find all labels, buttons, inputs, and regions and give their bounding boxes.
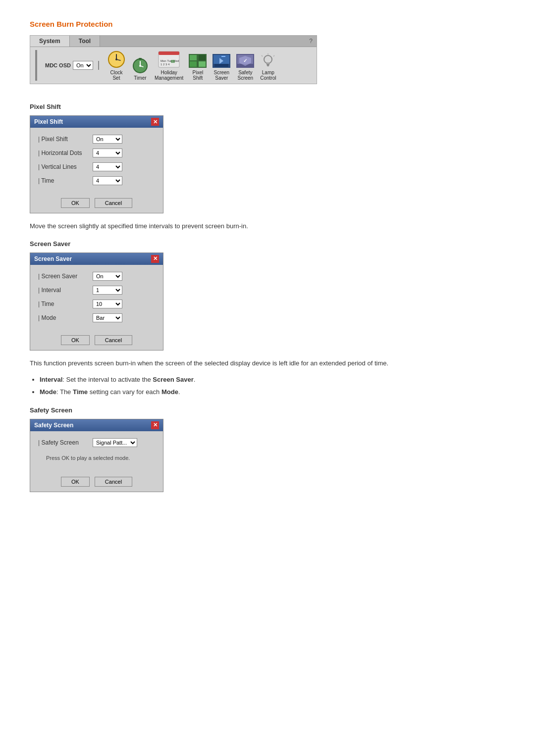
screen-saver-close-button[interactable]: ✕: [151, 255, 159, 263]
svg-rect-5: [139, 58, 142, 60]
screen-saver-bullets: Interval: Set the interval to activate t…: [40, 375, 505, 398]
screen-saver-dialog-title: Screen Saver: [34, 255, 72, 262]
screen-saver-select-3[interactable]: BarEraserPixel: [93, 313, 122, 322]
toolbar-icon-holiday[interactable]: Mon Tue Wed 1 2 3 4 HolidayManagement: [155, 50, 183, 81]
safety-screen-close-button[interactable]: ✕: [151, 421, 159, 429]
svg-point-26: [264, 55, 272, 63]
screen-saver-bullet-1: Mode: The Time setting can vary for each…: [40, 387, 505, 398]
safety-screen-section-title: Safety Screen: [30, 406, 505, 414]
toolbar-icon-screen-saver[interactable]: ScreenSaver: [212, 53, 231, 81]
svg-text:Mon Tue Wed: Mon Tue Wed: [160, 59, 179, 62]
svg-rect-16: [199, 55, 206, 60]
bullet-0-bold: Screen Saver: [153, 376, 193, 383]
pixel-shift-row-1: Horizontal Dots 4123: [38, 149, 155, 157]
pixel-shift-ok-button[interactable]: OK: [61, 198, 90, 208]
pixel-shift-close-button[interactable]: ✕: [151, 118, 159, 126]
safety-screen-select-0[interactable]: Signal Patt... Scroll Pixel Bar: [93, 438, 137, 447]
svg-rect-15: [190, 55, 197, 60]
screen-saver-dialog-body: Screen Saver OnOff Interval 123 Time 105…: [30, 265, 163, 332]
mdc-osd-label: MDC OSD: [45, 62, 71, 68]
help-icon[interactable]: ?: [305, 36, 317, 47]
pixel-shift-dialog: Pixel Shift ✕ Pixel Shift OnOff Horizont…: [30, 115, 163, 213]
screen-saver-bullet-0: Interval: Set the interval to activate t…: [40, 375, 505, 385]
bullet-0-colon: : Set the interval to activate the: [62, 376, 153, 383]
screen-saver-dialog-titlebar: Screen Saver ✕: [30, 253, 163, 265]
pixel-shift-icon: [188, 53, 207, 69]
pixel-shift-select-2[interactable]: 4123: [93, 162, 122, 171]
screen-saver-row-3: Mode BarEraserPixel: [38, 313, 155, 322]
screen-saver-select-2[interactable]: 1051520: [93, 300, 122, 308]
svg-line-31: [273, 55, 274, 56]
toolbar-icon-timer[interactable]: Timer: [131, 55, 150, 81]
screen-saver-row-0: Screen Saver OnOff: [38, 272, 155, 281]
pixel-shift-select-0[interactable]: OnOff: [93, 135, 122, 144]
screen-saver-description: This function prevents screen burn-in wh…: [30, 358, 505, 368]
screen-saver-select-1[interactable]: 123: [93, 286, 122, 295]
toolbar-icon-pixel-shift[interactable]: PixelShift: [188, 53, 207, 81]
bullet-1-rest2: .: [178, 388, 180, 396]
pixel-shift-row-3: Time 4123: [38, 176, 155, 185]
pixel-shift-select-1[interactable]: 4123: [93, 149, 122, 157]
screen-saver-label-3: Mode: [38, 314, 93, 321]
svg-line-30: [262, 55, 263, 56]
svg-rect-10: [159, 51, 179, 55]
safety-screen-row-0: Safety Screen Signal Patt... Scroll Pixe…: [38, 438, 155, 447]
pixel-shift-row-0: Pixel Shift OnOff: [38, 135, 155, 144]
pixel-shift-cancel-button[interactable]: Cancel: [95, 198, 132, 208]
safety-screen-note-row: Press OK to play a selected mode.: [38, 452, 155, 469]
safety-screen-dialog: Safety Screen ✕ Safety Screen Signal Pat…: [30, 419, 163, 492]
screen-saver-label-1: Interval: [38, 287, 93, 294]
screen-saver-label: ScreenSaver: [214, 70, 229, 81]
screen-saver-dialog-footer: OK Cancel: [30, 332, 163, 350]
safety-screen-note: Press OK to play a selected mode.: [38, 455, 155, 466]
svg-text:✓: ✓: [243, 58, 247, 63]
holiday-label: HolidayManagement: [155, 70, 183, 81]
svg-rect-28: [267, 65, 269, 66]
safety-screen-dialog-title: Safety Screen: [34, 422, 73, 429]
svg-rect-13: [171, 60, 175, 63]
pixel-shift-dialog-body: Pixel Shift OnOff Horizontal Dots 4123 V…: [30, 128, 163, 195]
pixel-shift-label-1: Horizontal Dots: [38, 150, 93, 156]
bullet-1-colon: : The: [56, 388, 73, 396]
bullet-1-label: Mode: [40, 388, 56, 396]
safety-screen-dialog-body: Safety Screen Signal Patt... Scroll Pixe…: [30, 431, 163, 474]
toolbar-icon-safety-screen[interactable]: ✓ SafetyScreen: [236, 53, 255, 81]
svg-rect-21: [214, 64, 228, 67]
bullet-0-label: Interval: [40, 376, 62, 383]
svg-rect-27: [267, 64, 269, 65]
screen-saver-dialog: Screen Saver ✕ Screen Saver OnOff Interv…: [30, 252, 163, 351]
clock-set-label: ClockSet: [110, 70, 122, 81]
mdc-osd-group: MDC OSD On Off: [45, 61, 99, 70]
safety-screen-dialog-footer: OK Cancel: [30, 474, 163, 492]
screen-saver-label-2: Time: [38, 301, 93, 307]
safety-screen-ok-button[interactable]: OK: [61, 477, 90, 487]
toolbar-icon-lamp-control[interactable]: LampControl: [260, 53, 276, 81]
toolbar-icons: ClockSet Timer: [107, 50, 276, 81]
screen-saver-select-0[interactable]: OnOff: [93, 272, 122, 281]
svg-text:1   2   3  4: 1 2 3 4: [160, 63, 170, 66]
pixel-shift-label-0: Pixel Shift: [38, 136, 93, 143]
pixel-shift-description: Move the screen slightly at specified ti…: [30, 221, 505, 231]
mdc-osd-select[interactable]: On Off: [73, 61, 93, 70]
screen-saver-ok-button[interactable]: OK: [61, 335, 90, 345]
pixel-shift-dialog-titlebar: Pixel Shift ✕: [30, 116, 163, 128]
tab-system[interactable]: System: [30, 36, 70, 47]
pixel-shift-label: PixelShift: [192, 70, 203, 81]
safety-screen-label-0: Safety Screen: [38, 439, 93, 446]
toolbar-panel: System Tool ? MDC OSD On Off: [30, 35, 317, 84]
safety-screen-label: SafetyScreen: [237, 70, 253, 81]
bullet-1-bold: Time: [73, 388, 88, 396]
bullet-1-bold2: Mode: [161, 388, 178, 396]
screen-saver-icon: [212, 53, 231, 69]
screen-saver-cancel-button[interactable]: Cancel: [95, 335, 132, 345]
safety-screen-cancel-button[interactable]: Cancel: [95, 477, 132, 487]
pixel-shift-label-3: Time: [38, 177, 93, 184]
timer-icon: [131, 55, 150, 74]
clock-icon: [107, 50, 126, 69]
pixel-shift-row-2: Vertical Lines 4123: [38, 162, 155, 171]
toolbar-tabs-bar: System Tool ?: [30, 36, 317, 47]
pixel-shift-dialog-footer: OK Cancel: [30, 195, 163, 213]
pixel-shift-select-3[interactable]: 4123: [93, 176, 122, 185]
toolbar-icon-clock-set[interactable]: ClockSet: [107, 50, 126, 81]
tab-tool[interactable]: Tool: [70, 36, 100, 47]
